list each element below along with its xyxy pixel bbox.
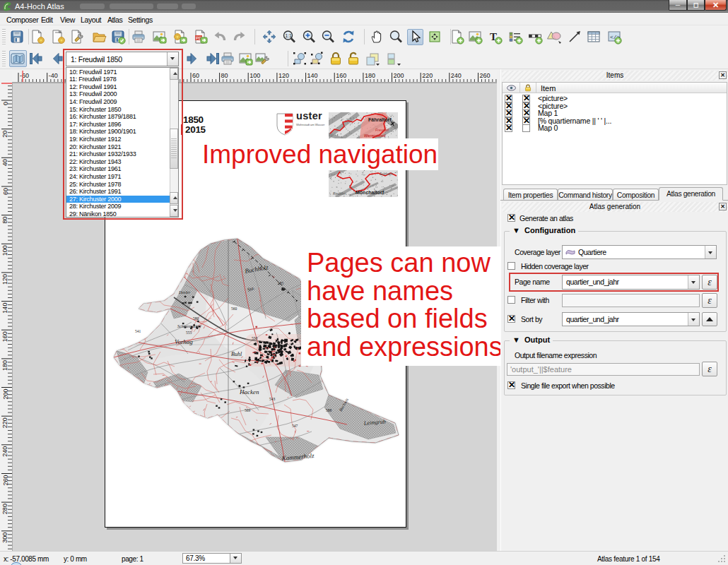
svg-text:580: 580 [193,316,199,321]
svg-text:588: 588 [326,408,332,412]
svg-text:Schmeeracker: Schmeeracker [177,324,202,328]
svg-text:260: 260 [480,72,491,79]
svg-text:Sulzbach: Sulzbach [380,172,393,176]
svg-text:Riedikon: Riedikon [333,192,346,196]
svg-text:120: 120 [278,72,289,79]
svg-text:220: 220 [422,72,433,79]
svg-text:-40: -40 [49,72,58,79]
svg-text:585: 585 [278,281,284,285]
svg-text:160: 160 [336,72,346,79]
svg-text:1:1: 1:1 [286,33,292,38]
svg-text:80: 80 [221,72,228,79]
svg-text:240: 240 [451,72,462,79]
svg-text:140: 140 [307,72,318,79]
svg-text:0: 0 [2,102,9,105]
svg-text:Hacken: Hacken [239,388,259,396]
svg-text:200: 200 [394,72,404,79]
svg-text:Freudwil: Freudwil [375,128,389,132]
svg-text:100: 100 [249,72,260,79]
svg-text:543: 543 [269,397,276,401]
svg-text:Vorhag: Vorhag [175,338,193,345]
svg-text:Dosler: Dosler [178,290,191,295]
svg-text:180: 180 [365,72,375,79]
svg-text:Mönchaltorf: Mönchaltorf [356,190,384,195]
svg-text:-60: -60 [20,72,29,79]
svg-text:Fähraltorf: Fähraltorf [368,117,392,122]
svg-text:547: 547 [292,424,298,428]
svg-text:Buhl: Buhl [231,351,242,357]
svg-text:569: 569 [245,408,251,412]
svg-text:Wermatswil: Wermatswil [364,133,386,138]
svg-text:555: 555 [186,331,192,335]
svg-text:560: 560 [231,307,237,311]
svg-text:60: 60 [192,72,199,79]
svg-text:550: 550 [252,336,258,340]
svg-text:541: 541 [135,329,141,333]
